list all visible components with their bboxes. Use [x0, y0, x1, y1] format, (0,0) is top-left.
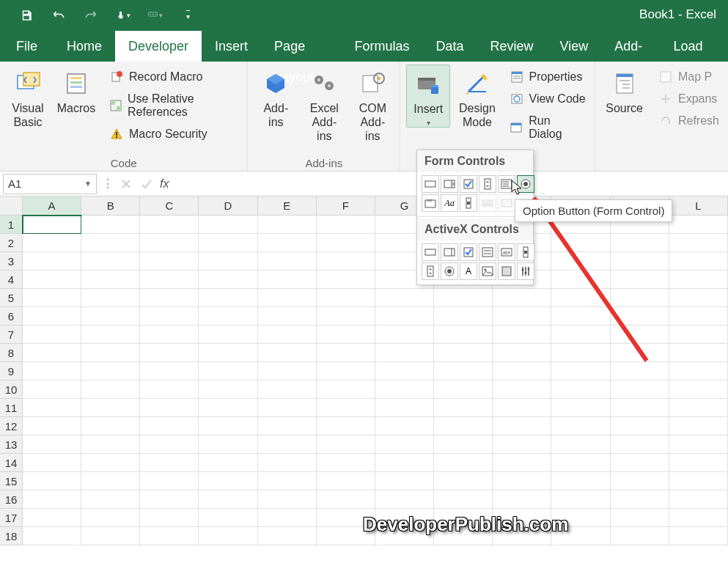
- cell[interactable]: [23, 417, 81, 435]
- cell[interactable]: [434, 399, 493, 417]
- cell[interactable]: [140, 344, 199, 362]
- cell[interactable]: [434, 325, 493, 344]
- qat-custom-icon[interactable]: ▾: [148, 8, 163, 23]
- col-header[interactable]: F: [317, 196, 375, 215]
- cell[interactable]: [669, 325, 728, 344]
- cell[interactable]: [23, 454, 81, 472]
- cell[interactable]: [140, 307, 199, 325]
- cell[interactable]: [551, 417, 610, 435]
- cell[interactable]: [81, 435, 140, 454]
- cell[interactable]: [81, 216, 140, 234]
- cell[interactable]: [199, 289, 257, 307]
- tab-home[interactable]: Home: [54, 31, 115, 62]
- cell[interactable]: [199, 234, 257, 252]
- name-box-dropdown-icon[interactable]: ▼: [84, 180, 92, 188]
- ax-image-icon[interactable]: [479, 262, 496, 280]
- cell[interactable]: [317, 216, 375, 234]
- cell[interactable]: [140, 380, 199, 399]
- cell[interactable]: [140, 234, 199, 252]
- row-header[interactable]: 15: [0, 472, 23, 490]
- cell[interactable]: [669, 307, 728, 325]
- cell[interactable]: [140, 472, 199, 490]
- cell[interactable]: [258, 289, 317, 307]
- save-icon[interactable]: [19, 8, 34, 23]
- cell[interactable]: [81, 344, 140, 362]
- cell[interactable]: [669, 252, 728, 271]
- refresh-data-button[interactable]: Refresh: [656, 113, 722, 129]
- cell[interactable]: [493, 472, 551, 490]
- cell[interactable]: [611, 234, 669, 252]
- cell[interactable]: [81, 307, 140, 325]
- cell[interactable]: [140, 527, 199, 545]
- cell[interactable]: [611, 490, 669, 509]
- cell[interactable]: [375, 472, 434, 490]
- cell[interactable]: [258, 362, 317, 380]
- cell[interactable]: [611, 509, 669, 527]
- cell[interactable]: [317, 417, 375, 435]
- ax-more-controls-icon[interactable]: [517, 262, 534, 280]
- cell[interactable]: [317, 325, 375, 344]
- cell[interactable]: [434, 307, 493, 325]
- ax-spin-icon[interactable]: [422, 262, 439, 280]
- cell[interactable]: [551, 252, 610, 271]
- cell[interactable]: [23, 435, 81, 454]
- name-box[interactable]: A1 ▼: [3, 174, 97, 194]
- design-mode-button[interactable]: Design Mode: [455, 65, 499, 129]
- cell[interactable]: [317, 454, 375, 472]
- cell[interactable]: [611, 454, 669, 472]
- form-option-button-icon[interactable]: [517, 175, 534, 193]
- row-header[interactable]: 18: [0, 527, 23, 545]
- record-macro-button[interactable]: Record Macro: [107, 69, 241, 85]
- cell[interactable]: [493, 380, 551, 399]
- cell[interactable]: [669, 509, 728, 527]
- qat-more-icon[interactable]: ▾: [180, 8, 195, 23]
- form-button-icon[interactable]: [422, 175, 439, 193]
- cancel-formula-button[interactable]: [116, 174, 136, 194]
- cell[interactable]: [551, 271, 610, 289]
- cell[interactable]: [81, 289, 140, 307]
- cell[interactable]: [317, 344, 375, 362]
- cell[interactable]: [199, 344, 257, 362]
- cell[interactable]: [23, 527, 81, 545]
- row-header[interactable]: 2: [0, 234, 23, 252]
- tab-view[interactable]: View: [547, 31, 602, 62]
- cell[interactable]: [23, 252, 81, 271]
- col-header[interactable]: D: [199, 196, 257, 215]
- cell[interactable]: [611, 252, 669, 271]
- view-code-button[interactable]: View Code: [507, 91, 589, 107]
- cell[interactable]: [669, 454, 728, 472]
- cell[interactable]: [317, 399, 375, 417]
- cell[interactable]: [669, 216, 728, 234]
- ax-command-button-icon[interactable]: [422, 243, 439, 261]
- cell[interactable]: [140, 325, 199, 344]
- com-addins-button[interactable]: COM Add-ins: [350, 65, 394, 144]
- cell[interactable]: [140, 289, 199, 307]
- cell[interactable]: [258, 307, 317, 325]
- redo-icon[interactable]: [84, 8, 98, 23]
- cell[interactable]: [258, 527, 317, 545]
- cell[interactable]: [434, 380, 493, 399]
- cell[interactable]: [199, 509, 257, 527]
- cell[interactable]: [493, 435, 551, 454]
- cell[interactable]: [611, 307, 669, 325]
- cell[interactable]: [317, 307, 375, 325]
- macros-button[interactable]: Macros: [54, 65, 98, 115]
- cell[interactable]: [258, 472, 317, 490]
- cell[interactable]: [199, 399, 257, 417]
- cell[interactable]: [258, 417, 317, 435]
- cell[interactable]: [23, 490, 81, 509]
- cell[interactable]: [258, 435, 317, 454]
- cell[interactable]: [669, 362, 728, 380]
- cell[interactable]: [493, 490, 551, 509]
- cell[interactable]: [199, 454, 257, 472]
- cell[interactable]: [199, 216, 257, 234]
- cell[interactable]: [199, 435, 257, 454]
- cell[interactable]: [140, 509, 199, 527]
- map-properties-button[interactable]: Map P: [656, 69, 722, 85]
- run-dialog-button[interactable]: Run Dialog: [507, 113, 589, 142]
- cell[interactable]: [551, 435, 610, 454]
- cell[interactable]: [669, 472, 728, 490]
- cell[interactable]: [375, 435, 434, 454]
- excel-addins-button[interactable]: Excel Add-ins: [302, 65, 346, 144]
- cell[interactable]: [258, 490, 317, 509]
